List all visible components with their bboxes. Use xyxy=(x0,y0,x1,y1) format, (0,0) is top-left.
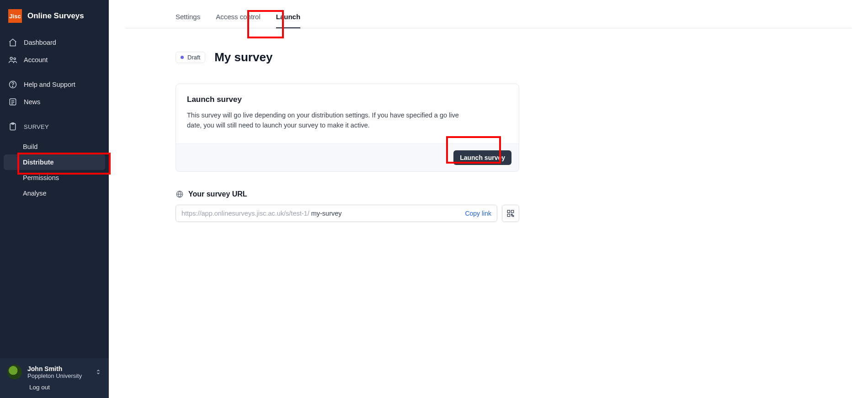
brand: Jisc Online Surveys xyxy=(0,0,109,30)
sidebar: Jisc Online Surveys Dashboard Account He… xyxy=(0,0,109,398)
home-icon xyxy=(8,38,17,47)
status-badge: Draft xyxy=(176,52,205,63)
nav-main: Dashboard Account xyxy=(0,30,109,72)
url-slug: my-survey xyxy=(311,210,342,217)
globe-icon xyxy=(176,190,184,198)
subnav-distribute[interactable]: Distribute xyxy=(4,154,105,170)
news-icon xyxy=(8,97,17,106)
subnav-analyse[interactable]: Analyse xyxy=(4,186,105,201)
subnav-permissions[interactable]: Permissions xyxy=(4,170,105,186)
nav-help[interactable]: Help and Support xyxy=(4,76,105,93)
nav-section-survey: SURVEY xyxy=(4,118,105,135)
svg-point-3 xyxy=(12,86,13,87)
status-dot-icon xyxy=(181,56,184,59)
url-section: Your survey URL https://app.onlinesurvey… xyxy=(176,190,519,222)
url-text: https://app.onlinesurveys.jisc.ac.uk/s/t… xyxy=(181,210,342,217)
svg-rect-8 xyxy=(507,210,510,212)
nav-label: Dashboard xyxy=(24,39,56,46)
svg-point-0 xyxy=(10,57,12,59)
url-base: https://app.onlinesurveys.jisc.ac.uk/s/t… xyxy=(181,210,311,217)
qr-code-icon xyxy=(506,209,515,218)
launch-card-text: This survey will go live depending on yo… xyxy=(187,111,470,131)
subnav-build[interactable]: Build xyxy=(4,139,105,154)
launch-card: Launch survey This survey will go live d… xyxy=(176,84,519,172)
tabs: Settings Access control Launch xyxy=(125,4,852,28)
nav-label: Account xyxy=(24,56,48,64)
tab-launch[interactable]: Launch xyxy=(276,4,300,28)
nav-label: Help and Support xyxy=(24,81,75,88)
nav-label: News xyxy=(24,98,40,106)
tab-access-control[interactable]: Access control xyxy=(216,4,261,28)
url-heading-row: Your survey URL xyxy=(176,190,519,198)
content: Draft My survey Launch survey This surve… xyxy=(125,28,655,240)
svg-rect-10 xyxy=(507,214,510,216)
survey-url-field[interactable]: https://app.onlinesurveys.jisc.ac.uk/s/t… xyxy=(176,205,497,222)
copy-link[interactable]: Copy link xyxy=(465,210,491,217)
chevron-up-down-icon xyxy=(95,369,101,375)
brand-title: Online Surveys xyxy=(27,11,84,21)
launch-card-body: Launch survey This survey will go live d… xyxy=(176,84,519,143)
avatar xyxy=(7,365,22,379)
launch-card-title: Launch survey xyxy=(187,95,508,104)
tab-settings[interactable]: Settings xyxy=(176,4,200,28)
title-row: Draft My survey xyxy=(176,50,655,64)
svg-point-1 xyxy=(14,58,16,59)
launch-survey-button[interactable]: Launch survey xyxy=(453,150,511,165)
status-text: Draft xyxy=(187,54,200,61)
users-icon xyxy=(8,55,17,64)
svg-rect-9 xyxy=(511,210,514,212)
url-heading: Your survey URL xyxy=(188,190,247,198)
nav-survey-sub: Build Distribute Permissions Analyse xyxy=(0,139,109,205)
qr-code-button[interactable] xyxy=(502,205,519,222)
user-meta: John Smith Poppleton University xyxy=(27,365,90,379)
nav-dashboard[interactable]: Dashboard xyxy=(4,34,105,51)
nav-section-label-text: SURVEY xyxy=(24,123,49,130)
nav-secondary: Help and Support News xyxy=(0,72,109,114)
user-row[interactable]: John Smith Poppleton University xyxy=(7,365,101,379)
nav-news[interactable]: News xyxy=(4,93,105,111)
url-row: https://app.onlinesurveys.jisc.ac.uk/s/t… xyxy=(176,205,519,222)
user-org: Poppleton University xyxy=(27,372,90,379)
help-icon xyxy=(8,80,17,89)
brand-logo: Jisc xyxy=(8,9,22,23)
main: Settings Access control Launch Draft My … xyxy=(109,0,868,398)
sidebar-footer: John Smith Poppleton University Log out xyxy=(0,358,109,398)
nav-account[interactable]: Account xyxy=(4,51,105,69)
user-name: John Smith xyxy=(27,365,90,372)
logout-link[interactable]: Log out xyxy=(7,384,101,391)
clipboard-icon xyxy=(8,122,17,131)
launch-card-footer: Launch survey xyxy=(176,143,519,171)
nav-survey-section: SURVEY xyxy=(0,114,109,139)
page-title: My survey xyxy=(214,50,272,64)
